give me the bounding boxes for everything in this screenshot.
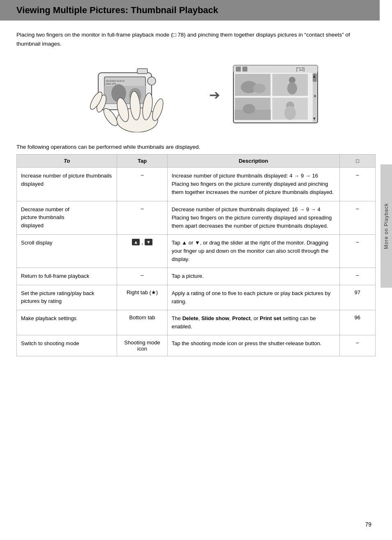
svg-point-27 <box>253 83 265 93</box>
cell-tap: Right tab (★) <box>117 285 167 310</box>
svg-rect-7 <box>137 69 148 74</box>
page-container: Viewing Multiple Pictures: Thumbnail Pla… <box>0 0 392 540</box>
hand-camera-illustration: 15/11/2010 10:30 13 100AL.JPG <box>74 56 197 134</box>
up-arrow-icon: ▲ <box>132 239 140 245</box>
cell-ref: – <box>339 168 375 201</box>
cell-ref: – <box>339 335 375 356</box>
cell-desc: Tap the shooting mode icon or press the … <box>167 335 339 356</box>
intro-text: Placing two fingers on the monitor in fu… <box>16 30 376 48</box>
svg-point-8 <box>148 77 156 85</box>
operations-table: To Tap Description □ Increase number of … <box>16 154 376 356</box>
cell-to: Return to full-frame playback <box>17 268 117 285</box>
title-bar: Viewing Multiple Pictures: Thumbnail Pla… <box>0 0 380 21</box>
svg-text:★: ★ <box>313 94 317 98</box>
svg-text:["12]: ["12] <box>296 67 304 72</box>
operations-intro: The following operations can be performe… <box>16 144 376 150</box>
cell-tap: – <box>117 268 167 285</box>
cell-to: Make playback settings <box>17 310 117 335</box>
thumbnail-screen-illustration: ["12] ★ <box>233 65 319 125</box>
illustration-area: 15/11/2010 10:30 13 100AL.JPG <box>16 56 376 134</box>
svg-point-36 <box>284 106 296 120</box>
table-row: Decrease number ofpicture thumbnailsdisp… <box>17 201 376 234</box>
svg-point-33 <box>243 104 255 114</box>
cell-to: Switch to shooting mode <box>17 335 117 356</box>
table-row: Scroll display ▲ , ▼ Tap ▲ or ▼, or drag… <box>17 235 376 268</box>
table-row: Make playback settings Bottom tab The De… <box>17 310 376 335</box>
cell-desc: Increase number of picture thumbnails di… <box>167 168 339 201</box>
svg-text:15/11/2010 10:30 13: 15/11/2010 10:30 13 <box>106 80 125 82</box>
table-row: Increase number of picture thumbnails di… <box>17 168 376 201</box>
header-description: Description <box>167 155 339 168</box>
cell-to: Set the picture rating/play back picture… <box>17 285 117 310</box>
page-title: Viewing Multiple Pictures: Thumbnail Pla… <box>16 5 363 16</box>
side-tab: More on Playback <box>380 164 392 288</box>
table-row: Switch to shooting mode Shooting mode ic… <box>17 335 376 356</box>
header-to: To <box>17 155 117 168</box>
page-number: 79 <box>365 521 371 528</box>
cell-tap: Shooting mode icon <box>117 335 167 356</box>
header-tap: Tap <box>117 155 167 168</box>
cell-desc: The Delete, Slide show, Protect, or Prin… <box>167 310 339 335</box>
cell-desc: Decrease number of picture thumbnails di… <box>167 201 339 234</box>
comma-separator: , <box>141 239 143 245</box>
cell-to: Increase number of picture thumbnails di… <box>17 168 117 201</box>
cell-ref: – <box>339 201 375 234</box>
down-arrow-icon: ▼ <box>145 239 152 245</box>
svg-rect-19 <box>236 67 241 72</box>
side-tab-label: More on Playback <box>383 203 389 249</box>
cell-tap: – <box>117 168 167 201</box>
svg-text:▼: ▼ <box>312 116 316 121</box>
header-ref: □ <box>339 155 375 168</box>
table-row: Set the picture rating/play back picture… <box>17 285 376 310</box>
svg-point-30 <box>287 82 297 95</box>
scroll-tap-icons: ▲ , ▼ <box>132 239 152 245</box>
cell-desc: Apply a rating of one to five to each pi… <box>167 285 339 310</box>
cell-ref: – <box>339 235 375 268</box>
cell-ref: – <box>339 268 375 285</box>
cell-tap: Bottom tab <box>117 310 167 335</box>
table-header-row: To Tap Description □ <box>17 155 376 168</box>
cell-tap: ▲ , ▼ <box>117 235 167 268</box>
cell-to: Scroll display <box>17 235 117 268</box>
arrow-icon: ➔ <box>209 87 220 103</box>
cell-desc: Tap ▲ or ▼, or drag the slider at the ri… <box>167 235 339 268</box>
svg-text:▲: ▲ <box>312 74 316 78</box>
cell-desc: Tap a picture. <box>167 268 339 285</box>
cell-to: Decrease number ofpicture thumbnailsdisp… <box>17 201 117 234</box>
cell-tap: – <box>117 201 167 234</box>
svg-text:100AL.JPG: 100AL.JPG <box>106 83 116 85</box>
cell-ref: 97 <box>339 285 375 310</box>
svg-rect-20 <box>242 67 247 72</box>
cell-ref: 96 <box>339 310 375 335</box>
table-row: Return to full-frame playback – Tap a pi… <box>17 268 376 285</box>
